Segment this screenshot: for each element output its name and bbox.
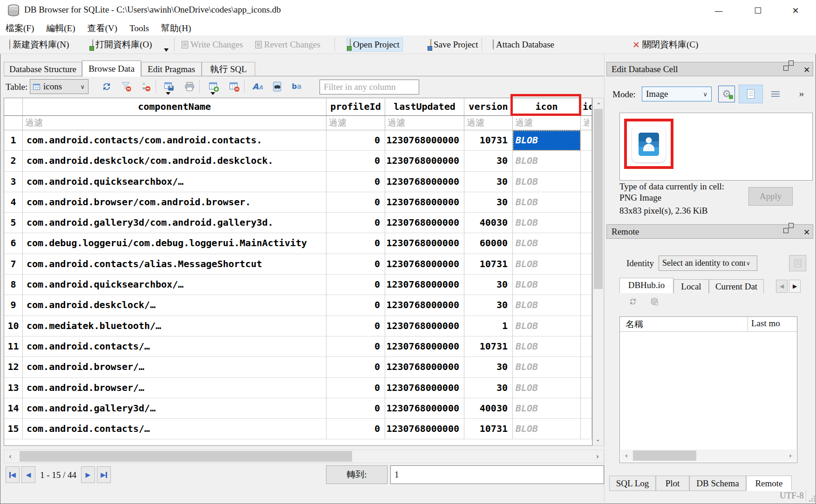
mode-select[interactable]: Image ∨ [642, 87, 712, 101]
grid-hscroll-thumb[interactable] [20, 451, 352, 462]
cell-lastUpdated[interactable]: 1230768000000 [385, 398, 464, 419]
header-rownum[interactable] [4, 98, 23, 115]
remote-list-hscroll-thumb[interactable] [633, 450, 696, 461]
cell-version[interactable]: 30 [464, 151, 513, 171]
cell-componentName[interactable]: com.mediatek.bluetooth/… [23, 316, 326, 336]
filter-version[interactable] [464, 116, 513, 130]
cell-lastUpdated[interactable]: 1230768000000 [385, 192, 464, 213]
cell-profileId[interactable]: 0 [326, 172, 385, 192]
cell-partial[interactable] [581, 275, 592, 295]
clear-sort-button[interactable] [139, 80, 153, 93]
cell-version[interactable]: 30 [464, 172, 513, 192]
tab-edit-pragmas[interactable]: Edit Pragmas [141, 62, 202, 76]
cell-profileId[interactable]: 0 [326, 192, 385, 213]
cell-profileId[interactable]: 0 [326, 357, 385, 377]
cell-lastUpdated[interactable]: 1230768000000 [385, 357, 464, 377]
text-view-button[interactable] [739, 85, 763, 103]
cell-partial[interactable] [581, 172, 592, 192]
remote-list-hscrollbar[interactable]: ‹ › [621, 450, 796, 462]
cell-profileId[interactable]: 0 [326, 419, 385, 439]
dock-tab-plot[interactable]: Plot [656, 476, 689, 491]
remote-refresh-button[interactable] [626, 295, 640, 308]
filter-partial[interactable] [581, 116, 592, 130]
remote-tab-current-database[interactable]: Current Dat [709, 279, 764, 293]
cell-partial[interactable] [581, 336, 592, 357]
cell-profileId[interactable]: 0 [326, 254, 385, 275]
cell-lastUpdated[interactable]: 1230768000000 [385, 295, 464, 316]
tab-scroll-right-button[interactable]: ▶ [789, 280, 801, 293]
list-header-last-modified[interactable]: Last mo [751, 318, 796, 329]
previous-record-button[interactable]: ◀ [21, 466, 35, 483]
cell-icon-blob[interactable]: BLOB [513, 130, 581, 151]
table-selector[interactable]: icons ∨ [30, 79, 88, 94]
cell-version[interactable]: 30 [464, 192, 513, 213]
cell-icon-blob[interactable]: BLOB [513, 398, 581, 419]
goto-record-input[interactable] [390, 465, 604, 484]
cell-icon-blob[interactable]: BLOB [513, 213, 581, 233]
next-record-button[interactable]: ▶ [81, 466, 95, 483]
cell-profileId[interactable]: 0 [326, 316, 385, 336]
minimize-button[interactable]: — [704, 0, 733, 21]
last-record-button[interactable]: ▶ [97, 466, 111, 483]
cell-lastUpdated[interactable]: 1230768000000 [385, 336, 464, 357]
remote-tab-dbhub[interactable]: DBHub.io [619, 278, 673, 293]
cell-componentName[interactable]: com.android.gallery3d/… [23, 398, 326, 419]
cell-lastUpdated[interactable]: 1230768000000 [385, 275, 464, 295]
header-version[interactable]: version [464, 98, 513, 115]
cell-lastUpdated[interactable]: 1230768000000 [385, 213, 464, 233]
cell-componentName[interactable]: com.android.quicksearchbox/… [23, 172, 326, 192]
revert-changes-button[interactable]: Revert Changes [252, 38, 323, 52]
header-lastUpdated[interactable]: lastUpdated [385, 98, 464, 115]
open-database-dropdown-arrow[interactable] [164, 48, 169, 52]
cell-icon-blob[interactable]: BLOB [513, 357, 581, 377]
cell-componentName[interactable]: com.android.quicksearchbox/… [23, 275, 326, 295]
menu-view[interactable]: 查看(V) [88, 22, 117, 34]
close-panel-icon[interactable]: ✕ [803, 228, 812, 236]
tab-database-structure[interactable]: Database Structure [4, 62, 82, 76]
goto-button[interactable]: 轉到: [326, 465, 388, 484]
cell-componentName[interactable]: com.android.deskclock/com.android.deskcl… [23, 151, 326, 171]
cell-profileId[interactable]: 0 [326, 130, 385, 151]
filter-any-column-input[interactable] [320, 80, 419, 94]
cell-version[interactable]: 40030 [464, 213, 513, 233]
scroll-right-arrow[interactable]: › [592, 450, 603, 462]
header-profileId[interactable]: profileId [326, 98, 385, 115]
resize-grip[interactable] [809, 495, 815, 502]
filter-input[interactable] [385, 116, 464, 130]
cell-version[interactable]: 60000 [464, 233, 513, 254]
cell-icon-blob[interactable]: BLOB [513, 295, 581, 316]
grid-vscroll-thumb[interactable] [594, 109, 603, 289]
cell-partial[interactable] [581, 419, 592, 439]
filter-componentName[interactable] [23, 116, 326, 130]
float-panel-icon[interactable] [789, 66, 797, 74]
delete-record-button[interactable] [227, 80, 241, 93]
cell-icon-blob[interactable]: BLOB [513, 151, 581, 171]
cell-componentName[interactable]: com.android.browser/com.android.browser. [23, 192, 326, 213]
cell-version[interactable]: 10731 [464, 419, 513, 439]
cell-lastUpdated[interactable]: 1230768000000 [385, 419, 464, 439]
header-partial[interactable]: ic [581, 98, 592, 115]
menu-edit[interactable]: 編輯(E) [46, 22, 75, 34]
float-panel-icon[interactable] [789, 228, 797, 236]
scroll-left-arrow[interactable]: ‹ [622, 450, 631, 461]
cell-profileId[interactable]: 0 [326, 151, 385, 171]
open-database-button[interactable]: 打開資料庫(O) [89, 38, 155, 52]
cell-version[interactable]: 10731 [464, 254, 513, 275]
cell-partial[interactable] [581, 398, 592, 419]
cell-partial[interactable] [581, 151, 592, 171]
cell-componentName[interactable]: com.debug.loggerui/com.debug.loggerui.Ma… [23, 233, 326, 254]
cell-version[interactable]: 30 [464, 275, 513, 295]
cell-version[interactable]: 30 [464, 378, 513, 398]
replace-button[interactable]: ba [290, 80, 304, 93]
cell-lastUpdated[interactable]: 1230768000000 [385, 151, 464, 171]
cell-componentName[interactable]: com.android.deskclock/… [23, 295, 326, 316]
refresh-button[interactable] [100, 80, 114, 93]
save-table-button[interactable] [162, 80, 176, 93]
cell-lastUpdated[interactable]: 1230768000000 [385, 130, 464, 151]
dock-tab-sql-log[interactable]: SQL Log [609, 476, 656, 491]
close-button[interactable]: ✕ [781, 0, 810, 21]
filter-profileId[interactable] [326, 116, 385, 130]
remote-clone-button[interactable] [647, 295, 661, 308]
header-icon[interactable]: icon [513, 98, 581, 115]
cell-profileId[interactable]: 0 [326, 378, 385, 398]
